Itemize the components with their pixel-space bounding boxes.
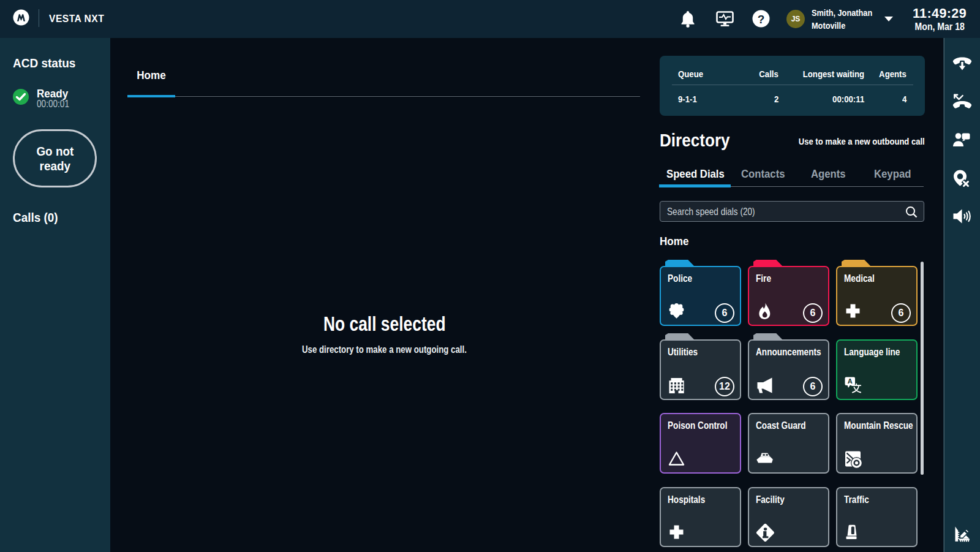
svg-text:?: ? — [758, 13, 765, 26]
svg-text:A: A — [848, 377, 853, 385]
